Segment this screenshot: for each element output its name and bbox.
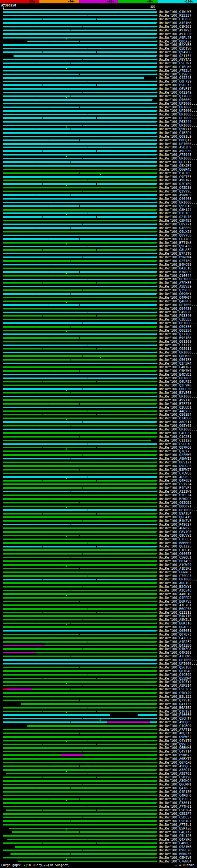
hit-row[interactable]: UniRef100_Q01369 xyxy=(0,340,197,343)
hit-row[interactable]: UniRef100_C0H7S9 xyxy=(0,80,197,84)
hit-label[interactable]: UniRef100_Q4C592 xyxy=(159,673,192,677)
hit-row[interactable]: UniRef100_Q4PPD2 xyxy=(0,596,197,600)
alignment-bar[interactable] xyxy=(3,622,156,625)
hit-row[interactable]: UniRef100_A5DZH9 xyxy=(0,146,197,149)
alignment-bar[interactable] xyxy=(3,845,156,848)
alignment-bar[interactable] xyxy=(3,215,156,219)
hit-row[interactable]: UniRef100_Q40403 xyxy=(0,197,197,200)
hit-row[interactable]: UniRef100_A8Q3I3 xyxy=(0,731,197,735)
hit-label[interactable]: UniRef100_Q87KQ6 xyxy=(159,446,192,449)
hit-label[interactable]: UniRef100_A9RL45 xyxy=(159,36,192,39)
hit-row[interactable]: UniRef100_C1BLK6 xyxy=(0,65,197,69)
alignment-bar[interactable] xyxy=(3,603,156,607)
hit-label[interactable]: UniRef100_Q4KZ68 xyxy=(159,651,192,654)
hit-row[interactable]: UniRef100_Q39836 xyxy=(0,288,197,292)
alignment-bar[interactable] xyxy=(3,559,156,563)
hit-label[interactable]: UniRef100_Q7QY75 xyxy=(159,450,192,453)
alignment-bar[interactable] xyxy=(3,684,156,688)
hit-label[interactable]: UniRef100_B2WDC3 xyxy=(159,497,192,501)
alignment-bar[interactable] xyxy=(3,380,156,384)
hit-label[interactable]: UniRef100_B7FX05 xyxy=(159,212,192,215)
hit-label[interactable]: UniRef100_A8WZL1 xyxy=(159,618,192,621)
alignment-bar[interactable] xyxy=(3,636,156,640)
alignment-bar[interactable] xyxy=(3,402,156,405)
hit-row[interactable]: UniRef100_Q9S010 xyxy=(0,204,197,208)
hit-row[interactable]: UniRef100_Q6L4T9 xyxy=(0,516,197,519)
alignment-bar[interactable] xyxy=(3,340,156,343)
alignment-bar[interactable] xyxy=(3,523,156,527)
hit-label[interactable]: UniRef100_A1C7B1 xyxy=(159,603,192,607)
hit-row[interactable]: UniRef100_Q5D1V0 xyxy=(0,47,197,51)
alignment-bar[interactable] xyxy=(3,281,156,285)
hit-label[interactable]: UniRef100_B6K316 xyxy=(159,622,192,625)
hit-row[interactable]: UniRef100_A9OQB5 xyxy=(0,720,197,724)
hit-row[interactable]: UniRef100_UPI000... xyxy=(0,113,197,116)
hit-row[interactable]: UniRef100_Q45DS8 xyxy=(0,186,197,190)
hit-row[interactable]: UniRef100_A3GHC4 xyxy=(0,779,197,783)
alignment-bar[interactable] xyxy=(3,365,156,369)
hit-label[interactable]: UniRef100_B4DVD2 xyxy=(159,373,192,376)
hit-label[interactable]: UniRef100_Q9C4Z6 xyxy=(159,245,192,248)
hit-row[interactable]: UniRef100_Q5XJB7 xyxy=(0,164,197,167)
alignment-bar[interactable] xyxy=(3,113,156,116)
hit-label[interactable]: UniRef100_B9A1B4 xyxy=(159,512,192,515)
hit-row[interactable]: UniRef100_Q55DM4 xyxy=(0,677,197,680)
hit-label[interactable]: UniRef100_B5DFX3 xyxy=(159,84,192,87)
alignment-bar[interactable] xyxy=(3,241,156,245)
alignment-bar[interactable] xyxy=(3,548,156,552)
hit-row[interactable]: UniRef100_C5M7W1 xyxy=(0,369,197,373)
hit-row[interactable]: UniRef100_Q2F9K6 xyxy=(0,384,197,388)
hit-row[interactable]: UniRef100_C7Y779 xyxy=(0,343,197,347)
hit-row[interactable]: UniRef100_A9V1T8 xyxy=(0,398,197,402)
alignment-bar[interactable] xyxy=(3,578,156,581)
hit-label[interactable]: UniRef100_Q2F9K6 xyxy=(159,384,192,387)
hit-row[interactable]: UniRef100_B4JE10 xyxy=(0,266,197,270)
hit-row[interactable]: UniRef100_A5BV59 xyxy=(0,285,197,288)
hit-row[interactable]: UniRef100_B5RTZ6 xyxy=(0,827,197,831)
hit-label[interactable]: UniRef100_A8Q511 xyxy=(159,420,192,424)
hit-label[interactable]: UniRef100_Q6CRM1 xyxy=(159,783,192,786)
hit-row[interactable]: UniRef100_Q6GR45 xyxy=(0,167,197,171)
hit-label[interactable]: UniRef100_Q16644 xyxy=(159,274,192,277)
alignment-bar[interactable] xyxy=(3,134,156,138)
hit-label[interactable]: UniRef100_B4KCE9 xyxy=(159,263,192,266)
alignment-bar[interactable] xyxy=(3,167,156,171)
alignment-bar[interactable] xyxy=(3,69,156,72)
hit-row[interactable]: UniRef100_B4PVB1 xyxy=(0,486,197,490)
hit-label[interactable]: UniRef100_A3FQ71 xyxy=(159,768,192,772)
hit-row[interactable]: UniRef100_Q9AVH6 xyxy=(0,51,197,54)
hit-row[interactable]: UniRef100_C7FEE7 xyxy=(0,537,197,541)
hit-row[interactable]: UniRef100_C5E1D7 xyxy=(0,819,197,823)
hit-row[interactable]: UniRef100_B2WDC3 xyxy=(0,497,197,501)
hit-row[interactable]: UniRef100_B4IZB0 xyxy=(0,644,197,647)
hit-label[interactable]: UniRef100_B9PL26 xyxy=(159,848,192,852)
alignment-bar[interactable] xyxy=(3,856,156,860)
alignment-bar[interactable] xyxy=(3,105,156,109)
alignment-bar[interactable] xyxy=(3,65,156,69)
hit-row[interactable]: UniRef100_UPI000... xyxy=(0,109,197,113)
hit-label[interactable]: UniRef100_C5DZG4 xyxy=(159,809,192,812)
alignment-bar[interactable] xyxy=(3,102,156,105)
hit-label[interactable]: UniRef100_Q6Y217 xyxy=(159,160,192,164)
hit-row[interactable]: UniRef100_B2V563 xyxy=(0,391,197,395)
hit-row[interactable]: UniRef100_A8NWI5 xyxy=(0,457,197,461)
hit-label[interactable]: UniRef100_Q6FQX6 xyxy=(159,761,192,764)
hit-label[interactable]: UniRef100_UPI000... xyxy=(159,377,197,380)
alignment-bar[interactable] xyxy=(3,325,156,329)
hit-row[interactable]: UniRef100_Q86SB4 xyxy=(0,413,197,416)
hit-label[interactable]: UniRef100_UPI000... xyxy=(159,578,197,581)
hit-row[interactable]: UniRef100_C1E856 xyxy=(0,18,197,21)
hit-row[interactable]: UniRef100_A7S945 xyxy=(0,153,197,157)
hit-label[interactable]: UniRef100_UPI000... xyxy=(159,428,197,431)
alignment-bar[interactable] xyxy=(3,464,156,468)
hit-label[interactable]: UniRef100_A9V1T8 xyxy=(159,398,192,402)
alignment-bar[interactable] xyxy=(3,255,156,259)
alignment-bar[interactable] xyxy=(3,779,156,783)
hit-row[interactable]: UniRef100_Q4R1Z0 xyxy=(0,790,197,794)
hit-label[interactable]: UniRef100_Q9AVH6 xyxy=(159,51,192,54)
hit-row[interactable]: UniRef100_Q4T8L2 xyxy=(0,786,197,790)
alignment-bar[interactable] xyxy=(3,508,156,512)
hit-label[interactable]: UniRef100_C7SGC3 xyxy=(159,574,192,578)
hit-label[interactable]: UniRef100_Q2V99L xyxy=(159,190,192,193)
alignment-bar[interactable] xyxy=(3,329,156,332)
